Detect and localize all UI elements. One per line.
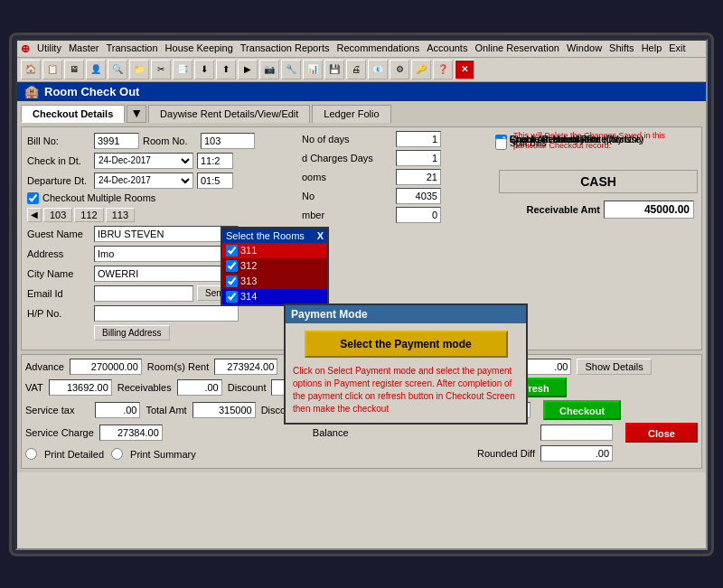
- room-314-checkbox[interactable]: [226, 291, 238, 303]
- toolbar-btn-4[interactable]: 👤: [86, 60, 106, 79]
- tab-checkout-details[interactable]: Checkout Details: [21, 105, 125, 123]
- toolbar-btn-7[interactable]: ✂: [151, 60, 171, 79]
- room-no-input[interactable]: [201, 133, 255, 149]
- tab-arrow[interactable]: ▼: [127, 105, 146, 123]
- receivables-input[interactable]: [177, 379, 222, 396]
- menu-exit[interactable]: Exit: [669, 42, 685, 55]
- print-detailed-radio[interactable]: [25, 448, 37, 460]
- city-input[interactable]: [94, 266, 239, 282]
- departure-label: Departure Dt.: [27, 175, 90, 186]
- vat-input[interactable]: [49, 379, 112, 396]
- departure-time-input[interactable]: [197, 173, 233, 189]
- financial-row-5: Print Detailed Print Summary Rounded Dif…: [25, 445, 698, 462]
- room-item-314[interactable]: 314: [222, 289, 327, 304]
- nodays-row-1: No of days: [302, 131, 465, 147]
- menu-help[interactable]: Help: [642, 42, 662, 55]
- split-bills-row: Split Bills: [495, 138, 694, 150]
- print-detailed-label: Print Detailed: [44, 449, 104, 460]
- toolbar-btn-18[interactable]: ⚙: [390, 60, 409, 79]
- toolbar-btn-14[interactable]: 📊: [303, 60, 323, 79]
- room-selector-close[interactable]: X: [317, 230, 324, 241]
- menu-shifts[interactable]: Shifts: [609, 42, 634, 55]
- billing-address-button[interactable]: Billing Address: [94, 325, 170, 341]
- nodays-value-1[interactable]: [396, 131, 441, 147]
- menu-reports[interactable]: Transaction Reports: [240, 42, 330, 55]
- address-input[interactable]: [94, 246, 239, 262]
- checkin-time-input[interactable]: [197, 153, 233, 169]
- extra-person-input[interactable]: [526, 359, 571, 375]
- menu-housekeeping[interactable]: House Keeping: [165, 42, 233, 55]
- select-payment-button[interactable]: Select the Payment mode: [305, 331, 508, 358]
- menu-window[interactable]: Window: [567, 42, 602, 55]
- nodays-value-3[interactable]: [396, 169, 441, 185]
- checkout-multiple-checkbox[interactable]: [27, 192, 39, 204]
- menu-recommendations[interactable]: Recommendations: [336, 42, 419, 55]
- title-icon: 🏨: [24, 85, 39, 98]
- toolbar-btn-1[interactable]: 🏠: [21, 60, 41, 79]
- nodays-section: No of days d Charges Days ooms No: [302, 131, 465, 226]
- show-details-button[interactable]: Show Details: [577, 359, 651, 375]
- guest-name-input[interactable]: [94, 226, 239, 242]
- toolbar-btn-9[interactable]: ⬇: [194, 60, 214, 79]
- menu-accounts[interactable]: Accounts: [427, 42, 467, 55]
- tab-daywise-rent[interactable]: Daywise Rent Details/View/Edit: [148, 105, 310, 123]
- rounded-diff-input[interactable]: [540, 445, 613, 462]
- toolbar-btn-20[interactable]: ❓: [433, 60, 453, 79]
- total-amt-input[interactable]: [192, 402, 256, 418]
- nodays-value-2[interactable]: [396, 150, 441, 166]
- rooms-nav-left[interactable]: ◀: [27, 208, 42, 222]
- toolbar-btn-3[interactable]: 🖥: [64, 60, 84, 79]
- balance-input[interactable]: [540, 425, 613, 441]
- toolbar-close-btn[interactable]: ✕: [455, 60, 474, 79]
- room-314-label: 314: [240, 291, 257, 302]
- menu-transaction[interactable]: Transaction: [107, 42, 158, 55]
- nodays-value-5[interactable]: [396, 207, 441, 223]
- toolbar-btn-19[interactable]: 🔑: [411, 60, 431, 79]
- receivable-section: Receivable Amt 45000.00: [499, 197, 698, 225]
- hp-input[interactable]: [94, 305, 239, 322]
- room-313-checkbox[interactable]: [226, 275, 238, 287]
- email-label: Email Id: [27, 288, 90, 299]
- room-item-313[interactable]: 313: [222, 274, 327, 289]
- room-nav-103[interactable]: 103: [43, 208, 72, 222]
- tab-ledger-folio[interactable]: Ledger Folio: [312, 105, 390, 123]
- rooms-rent-input[interactable]: [214, 359, 277, 375]
- toolbar-btn-15[interactable]: 💾: [324, 60, 344, 79]
- room-item-311[interactable]: 311: [222, 243, 327, 258]
- toolbar-btn-11[interactable]: ▶: [238, 60, 258, 79]
- checkin-date-select[interactable]: 24-Dec-2017: [94, 153, 193, 169]
- toolbar-btn-6[interactable]: 📁: [129, 60, 149, 79]
- nodays-label-1: No of days: [302, 134, 392, 145]
- toolbar-btn-13[interactable]: 🔧: [281, 60, 301, 79]
- menu-master[interactable]: Master: [69, 42, 99, 55]
- split-bills-checkbox[interactable]: [495, 138, 507, 150]
- room-312-checkbox[interactable]: [226, 260, 238, 272]
- print-summary-radio[interactable]: [111, 448, 123, 460]
- toolbar-btn-8[interactable]: 📑: [173, 60, 192, 79]
- room-311-checkbox[interactable]: [226, 245, 238, 257]
- nodays-value-4[interactable]: [396, 188, 441, 204]
- nodays-label-3: ooms: [302, 172, 392, 182]
- total-amt-label: Total Amt: [146, 405, 186, 415]
- toolbar-btn-10[interactable]: ⬆: [216, 60, 236, 79]
- service-tax-input[interactable]: [95, 402, 140, 418]
- close-button[interactable]: Close: [625, 423, 698, 443]
- checkout-button[interactable]: Checkout: [543, 400, 621, 420]
- toolbar-btn-5[interactable]: 🔍: [108, 60, 127, 79]
- email-input[interactable]: [94, 285, 193, 302]
- departure-date-select[interactable]: 24-Dec-2017: [94, 173, 193, 189]
- room-nav-112[interactable]: 112: [74, 208, 103, 222]
- menu-utility[interactable]: Utility: [37, 42, 61, 55]
- toolbar-btn-2[interactable]: 📋: [42, 60, 62, 79]
- toolbar-btn-17[interactable]: 📧: [368, 60, 388, 79]
- menu-online[interactable]: Online Reservation: [474, 42, 559, 55]
- room-item-312[interactable]: 312: [222, 258, 327, 274]
- bill-no-input[interactable]: [94, 133, 139, 149]
- print-summary-label: Print Summary: [130, 449, 196, 460]
- room-nav-113[interactable]: 113: [106, 208, 135, 222]
- service-charge-input[interactable]: [99, 425, 163, 441]
- split-bills-label: Split Bills: [510, 138, 547, 148]
- toolbar-btn-12[interactable]: 📷: [259, 60, 279, 79]
- advance-input[interactable]: [70, 359, 142, 375]
- toolbar-btn-16[interactable]: 🖨: [346, 60, 366, 79]
